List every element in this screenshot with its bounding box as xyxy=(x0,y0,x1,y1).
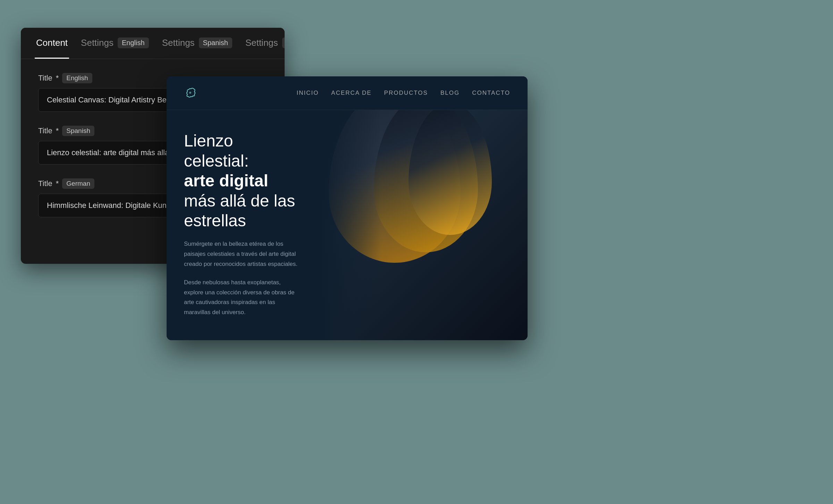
cms-tabs: Content Settings English Settings Spanis… xyxy=(21,28,285,59)
website-logo xyxy=(184,87,196,99)
website-image-column xyxy=(318,110,528,340)
website-body: Lienzo celestial: arte digital más allá … xyxy=(167,110,528,340)
tab-content[interactable]: Content xyxy=(35,28,69,59)
nav-blog[interactable]: BLOG xyxy=(440,90,460,96)
svg-point-0 xyxy=(189,92,191,94)
website-preview: INICIO ACERCA DE PRODUCTOS BLOG CONTACTO… xyxy=(167,76,528,340)
website-hero-body2: Desde nebulosas hasta exoplanetas, explo… xyxy=(184,278,301,318)
tab-settings-german[interactable]: Settings German xyxy=(244,28,285,59)
website-nav-links: INICIO ACERCA DE PRODUCTOS BLOG CONTACTO xyxy=(296,90,510,96)
nav-productos[interactable]: PRODUCTOS xyxy=(384,90,428,96)
website-hero-title: Lienzo celestial: arte digital más allá … xyxy=(184,131,301,231)
tab-settings-spanish[interactable]: Settings Spanish xyxy=(161,28,234,59)
tab-settings-english[interactable]: Settings English xyxy=(79,28,150,59)
nav-inicio[interactable]: INICIO xyxy=(296,90,319,96)
nav-contacto[interactable]: CONTACTO xyxy=(472,90,510,96)
website-text-column: Lienzo celestial: arte digital más allá … xyxy=(167,110,318,340)
logo-icon xyxy=(184,87,196,99)
website-hero-body1: Sumérgete en la belleza etérea de los pa… xyxy=(184,239,301,269)
art-overlay xyxy=(318,110,528,340)
nav-acerca[interactable]: ACERCA DE xyxy=(331,90,371,96)
website-nav: INICIO ACERCA DE PRODUCTOS BLOG CONTACTO xyxy=(167,76,528,110)
